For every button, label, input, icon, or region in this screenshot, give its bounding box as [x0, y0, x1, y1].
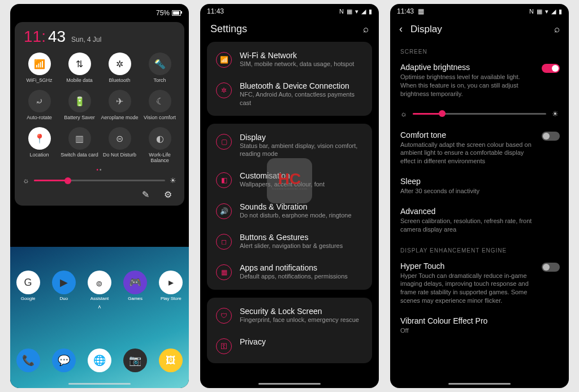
- screen-display-settings: 11:43 ▦ N ▦ ▾ ◢ ▮ ‹ Display ⌕ SCREEN Ada…: [390, 4, 569, 388]
- app-play-store[interactable]: ▸ Play Store: [159, 271, 183, 301]
- image-icon: ▦: [347, 8, 352, 15]
- dock-app[interactable]: 📷: [123, 349, 147, 372]
- open-settings-icon[interactable]: ⚙: [164, 189, 172, 200]
- image-icon: ▦: [418, 7, 424, 15]
- location-icon: 📍: [28, 127, 51, 150]
- settings-row-buttons-gestures[interactable]: ◻ Buttons & Gestures Alert slider, navig…: [207, 226, 372, 256]
- search-icon[interactable]: ⌕: [554, 24, 560, 35]
- settings-card: 📶 Wi-Fi & Network SIM, mobile network, d…: [207, 42, 372, 116]
- row-subtitle: Fingerprint, face unlock, emergency resc…: [240, 316, 359, 324]
- page-title: Display: [411, 24, 442, 35]
- option-subtitle: Automatically adapt the screen colour ba…: [400, 141, 559, 166]
- qs-tile-wifi_5ghz[interactable]: 📶 WiFi_5GHz: [19, 50, 59, 85]
- qs-tile-battery-saver[interactable]: 🔋 Battery Saver: [59, 88, 100, 123]
- settings-row-wi-fi-network[interactable]: 📶 Wi-Fi & Network SIM, mobile network, d…: [207, 44, 372, 75]
- option-title: Comfort tone: [400, 130, 559, 140]
- toggle-comfort-tone[interactable]: [542, 132, 560, 141]
- qs-tile-label: Aeroplane mode: [101, 115, 138, 120]
- option-vibrant-colour-effect-pro[interactable]: Vibrant Colour Effect Pro Off: [390, 312, 569, 342]
- option-advanced[interactable]: Advanced Screen calibration, resolution,…: [390, 202, 569, 241]
- app-duo[interactable]: ▶ Duo: [52, 271, 76, 301]
- option-title: Adaptive brightness: [400, 63, 559, 72]
- row-icon: 🔊: [216, 203, 232, 219]
- option-title: Hyper Touch: [400, 262, 559, 271]
- qs-tile-work-life-balance[interactable]: ◐ Work-Life Balance: [140, 125, 180, 165]
- qs-tile-torch[interactable]: 🔦 Torch: [140, 50, 180, 85]
- battery-icon: [172, 10, 181, 16]
- navigation-handle[interactable]: [68, 383, 131, 385]
- app-label: Duo: [59, 296, 68, 301]
- page-indicator: ••: [19, 167, 180, 173]
- option-adaptive-brightness[interactable]: Adaptive brightness Optimise brightness …: [390, 58, 569, 105]
- dock-app[interactable]: 💬: [52, 349, 76, 372]
- row-icon: ▦: [216, 264, 232, 280]
- row-icon: ◧: [216, 172, 232, 188]
- settings-row-privacy[interactable]: ⚿ Privacy: [207, 330, 372, 361]
- row-title: Apps and notifications: [240, 263, 348, 272]
- qs-tile-aeroplane-mode[interactable]: ✈ Aeroplane mode: [100, 88, 140, 123]
- row-title: Sounds & Vibration: [240, 202, 352, 211]
- navigation-handle[interactable]: [448, 383, 511, 385]
- dock-app[interactable]: 📞: [16, 349, 40, 372]
- qs-tile-bluetooth[interactable]: ✲ Bluetooth: [100, 50, 140, 85]
- app-label: Assistant: [90, 296, 109, 301]
- app-icon: G: [16, 271, 40, 294]
- toggle-adaptive-brightness[interactable]: [542, 64, 560, 73]
- brightness-auto-icon: ☀: [170, 176, 176, 185]
- row-icon: ▢: [216, 134, 232, 150]
- screen-settings: 11:43 N ▦ ▾ ◢ ▮ Settings ⌕ 📶 Wi-Fi & Net…: [200, 4, 379, 388]
- status-bar: 11:43 ▦ N ▦ ▾ ◢ ▮: [390, 4, 569, 16]
- clock: 11:43: [207, 7, 224, 15]
- navigation-handle[interactable]: [258, 383, 321, 385]
- app-label: Play Store: [161, 296, 182, 301]
- aeroplane-mode-icon: ✈: [109, 90, 131, 112]
- option-subtitle: After 30 seconds of inactivity: [400, 187, 559, 195]
- app-icon: ▸: [159, 271, 183, 294]
- brightness-slider[interactable]: [34, 180, 165, 181]
- option-hyper-touch[interactable]: Hyper Touch Hyper Touch can dramatically…: [390, 257, 569, 312]
- section-label: SCREEN: [390, 42, 569, 58]
- qs-tile-vision-comfort[interactable]: ☾ Vision comfort: [140, 88, 180, 123]
- app-icon: 💬: [52, 349, 76, 372]
- status-bar: 75%: [10, 4, 189, 20]
- app-icon: 📷: [123, 349, 147, 372]
- option-comfort-tone[interactable]: Comfort tone Automatically adapt the scr…: [390, 126, 569, 173]
- qs-tile-mobile-data[interactable]: ⇅ Mobile data: [59, 50, 100, 85]
- qs-tile-auto-rotate[interactable]: ⤾ Auto-rotate: [19, 88, 59, 123]
- option-title: Vibrant Colour Effect Pro: [400, 316, 559, 325]
- app-assistant[interactable]: ๏ Assistant: [88, 271, 111, 301]
- edit-tiles-icon[interactable]: ✎: [142, 189, 149, 200]
- qs-tile-location[interactable]: 📍 Location: [19, 125, 59, 165]
- signal-icon: ◢: [551, 8, 556, 15]
- cast-icon: ▦: [537, 8, 542, 15]
- row-title: Wi-Fi & Network: [240, 51, 354, 60]
- qs-tile-label: Torch: [153, 77, 166, 83]
- row-icon: 🛡: [216, 308, 232, 324]
- option-title: Advanced: [400, 207, 559, 216]
- app-drawer-handle[interactable]: ＾: [10, 303, 189, 313]
- back-button[interactable]: ‹: [399, 23, 403, 35]
- app-google[interactable]: G Google: [16, 271, 40, 301]
- switch-data-card-icon: ▥: [68, 127, 91, 150]
- dock-app[interactable]: 🌐: [88, 349, 111, 372]
- settings-row-security-lock-screen[interactable]: 🛡 Security & Lock Screen Fingerprint, fa…: [207, 300, 372, 330]
- signal-icon: ◢: [361, 8, 366, 15]
- row-title: Buttons & Gestures: [240, 233, 343, 242]
- row-subtitle: Alert slider, navigation bar & gestures: [240, 242, 343, 250]
- page-title: Settings: [210, 23, 247, 35]
- qs-tile-switch-data-card[interactable]: ▥ Switch data card: [59, 125, 100, 165]
- battery-saver-icon: 🔋: [68, 90, 91, 112]
- settings-row-apps-and-notifications[interactable]: ▦ Apps and notifications Default apps, n…: [207, 256, 372, 287]
- brightness-slider[interactable]: [413, 113, 546, 115]
- row-icon: 📶: [216, 52, 232, 68]
- app-games[interactable]: 🎮 Games: [123, 271, 147, 301]
- search-icon[interactable]: ⌕: [363, 24, 369, 35]
- toggle-hyper-touch[interactable]: [542, 263, 560, 272]
- qs-tile-label: Bluetooth: [109, 77, 130, 83]
- dock-app[interactable]: 🖼: [159, 349, 183, 372]
- option-sleep[interactable]: Sleep After 30 seconds of inactivity: [390, 172, 569, 202]
- nfc-icon: N: [339, 8, 344, 15]
- option-title: Sleep: [400, 177, 559, 186]
- qs-tile-do-not-disturb[interactable]: ⊝ Do Not Disturb: [100, 125, 140, 165]
- settings-row-bluetooth-device-connection[interactable]: ✲ Bluetooth & Device Connection NFC, And…: [207, 75, 372, 114]
